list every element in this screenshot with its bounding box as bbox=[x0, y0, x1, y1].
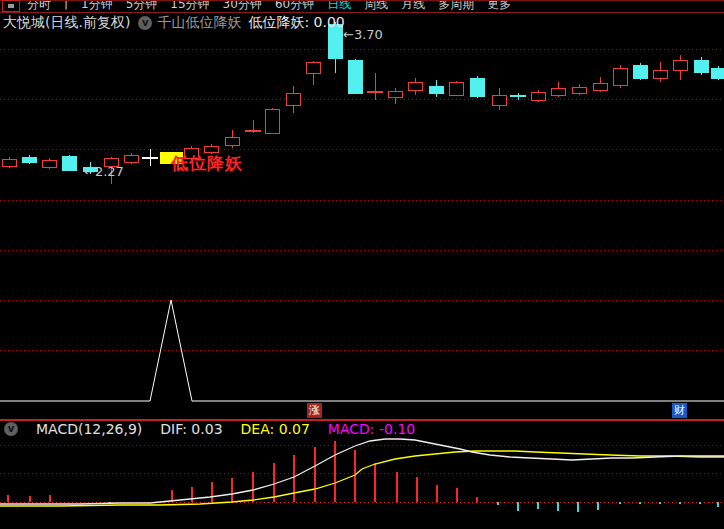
toolbar-item-5[interactable]: 60分钟 bbox=[275, 1, 314, 12]
chevron-down-icon[interactable]: v bbox=[138, 16, 152, 30]
macd-header: v MACD(12,26,9) DIF: 0.03 DEA: 0.07 MACD… bbox=[4, 421, 415, 437]
indicator-value: 低位降妖: 0.00 bbox=[248, 14, 344, 32]
toolbar-item-2[interactable]: 5分钟 bbox=[126, 1, 158, 12]
macd-dea-value: DEA: 0.07 bbox=[241, 421, 310, 437]
candle-down bbox=[470, 78, 484, 96]
candle-up bbox=[265, 109, 279, 133]
candle-up bbox=[408, 82, 422, 90]
high-price-label: ←3.70 bbox=[343, 27, 383, 42]
candle-down bbox=[348, 60, 362, 93]
toolbar-item-7[interactable]: 周线 bbox=[364, 1, 388, 12]
macd-value: MACD: -0.10 bbox=[328, 421, 415, 437]
toolbar-item-10[interactable]: 更多 bbox=[487, 1, 511, 12]
zhang-badge[interactable]: 涨 bbox=[307, 403, 322, 418]
period-toolbar: 分时|1分钟5分钟15分钟30分钟60分钟日线周线月线多周期更多 bbox=[0, 1, 724, 12]
toolbar-item-9[interactable]: 多周期 bbox=[438, 1, 474, 12]
chart-title-row: 大悦城(日线.前复权) v 千山低位降妖 低位降妖: 0.00 bbox=[3, 14, 345, 32]
candle-down bbox=[694, 60, 708, 72]
toolbar-item-6[interactable]: 日线 bbox=[327, 1, 351, 12]
candle-down bbox=[711, 68, 724, 78]
candle-up bbox=[551, 88, 565, 95]
candlestick-chart[interactable] bbox=[0, 0, 724, 529]
signal-text-label: 低位降妖 bbox=[171, 152, 243, 175]
candle-up bbox=[673, 60, 687, 70]
candle-down bbox=[22, 157, 36, 162]
symbol-title: 大悦城(日线.前复权) bbox=[3, 14, 130, 32]
candle-up bbox=[2, 159, 16, 166]
macd-dif-value: DIF: 0.03 bbox=[160, 421, 222, 437]
candle-up bbox=[42, 160, 56, 167]
toolbar-separator: | bbox=[64, 1, 68, 12]
indicator-name: 千山低位降妖 bbox=[157, 14, 241, 32]
candle-up bbox=[306, 62, 320, 73]
candle-up bbox=[492, 95, 506, 105]
toolbar-item-8[interactable]: 月线 bbox=[401, 1, 425, 12]
candle-up bbox=[653, 70, 667, 78]
candle-up bbox=[225, 137, 239, 145]
chevron-down-icon[interactable]: v bbox=[4, 422, 18, 436]
candle-up bbox=[388, 91, 402, 97]
low-price-label: ←2.27 bbox=[84, 164, 124, 179]
toolbar-item-0[interactable]: 分时 bbox=[27, 1, 51, 12]
stock-app-window: 分时|1分钟5分钟15分钟30分钟60分钟日线周线月线多周期更多 大悦城(日线.… bbox=[0, 0, 724, 529]
cai-badge[interactable]: 财 bbox=[672, 403, 687, 418]
candle-up bbox=[593, 83, 607, 90]
candle-up bbox=[449, 82, 463, 95]
candle-up bbox=[124, 155, 138, 162]
dif-line bbox=[0, 439, 724, 504]
candle-down bbox=[62, 156, 76, 170]
candle-up bbox=[572, 87, 586, 93]
candle-down bbox=[429, 86, 443, 93]
toolbar-item-1[interactable]: 1分钟 bbox=[81, 1, 113, 12]
toolbar-item-3[interactable]: 15分钟 bbox=[170, 1, 209, 12]
candle-up bbox=[286, 93, 300, 105]
dea-line bbox=[0, 451, 724, 506]
toolbar-divider bbox=[0, 12, 724, 13]
candle-down bbox=[633, 65, 647, 78]
candle-up bbox=[531, 92, 545, 100]
macd-title: MACD(12,26,9) bbox=[36, 421, 142, 437]
candle-up bbox=[613, 68, 627, 85]
toolbar-item-4[interactable]: 30分钟 bbox=[223, 1, 262, 12]
